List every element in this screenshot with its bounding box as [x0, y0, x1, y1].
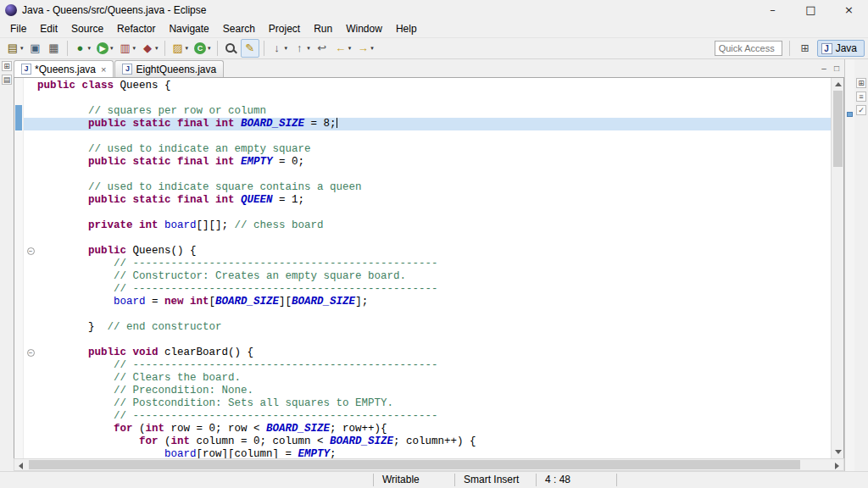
forward-dropdown-icon[interactable]: ▾: [370, 45, 374, 52]
code-line-12[interactable]: private int board[][]; // chess board: [24, 219, 831, 232]
menu-search[interactable]: Search: [216, 21, 262, 36]
code-line-18[interactable]: board = new int[BOARD_SIZE][BOARD_SIZE];: [24, 296, 831, 308]
minimize-button[interactable]: –: [754, 0, 792, 20]
scroll-up-icon[interactable]: [832, 78, 844, 91]
next-annotation-dropdown-icon[interactable]: ▾: [285, 45, 288, 52]
code-line-20[interactable]: } // end constructor: [24, 321, 831, 334]
restore-views-icon[interactable]: ⊞: [2, 61, 12, 71]
run-dropdown-icon[interactable]: ▾: [110, 45, 114, 52]
previous-annotation-dropdown-icon[interactable]: ▾: [307, 45, 310, 52]
scroll-right-icon[interactable]: [831, 459, 843, 472]
minimize-editor-icon[interactable]: –: [819, 64, 829, 74]
forward-button[interactable]: →▾: [354, 39, 376, 58]
vertical-scrollbar[interactable]: [831, 78, 843, 458]
package-explorer-view-icon[interactable]: ▤: [2, 75, 12, 85]
menu-help[interactable]: Help: [389, 21, 424, 36]
code-line-6[interactable]: // used to indicate an empty square: [24, 143, 831, 156]
java-perspective-button[interactable]: J Java: [817, 40, 865, 57]
coverage-dropdown-icon[interactable]: ▾: [133, 45, 136, 52]
horizontal-scroll-track[interactable]: [27, 459, 831, 470]
last-edit-location-button[interactable]: ↩: [314, 39, 331, 58]
quick-access-input[interactable]: [715, 41, 782, 56]
restore-views-icon[interactable]: ⊞: [856, 78, 866, 88]
code-line-7[interactable]: public static final int EMPTY = 0;: [24, 156, 831, 169]
tab-queens-java[interactable]: J*Queens.java×: [14, 60, 114, 77]
maximize-editor-icon[interactable]: □: [832, 64, 842, 74]
code-line-25[interactable]: // Precondition: None.: [24, 385, 831, 397]
mark-occurrences-button[interactable]: ✎: [241, 39, 259, 58]
menu-navigate[interactable]: Navigate: [162, 21, 215, 36]
external-tools-dropdown-icon[interactable]: ▾: [155, 45, 159, 52]
code-line-8[interactable]: [24, 169, 831, 181]
debug-icon: ●: [74, 42, 87, 55]
menu-file[interactable]: File: [3, 21, 33, 36]
new-java-class-button[interactable]: C▾: [192, 39, 213, 58]
code-line-27[interactable]: // -------------------------------------…: [24, 410, 831, 423]
new-java-project-dropdown-icon[interactable]: ▾: [186, 45, 189, 52]
tab-close-icon[interactable]: ×: [101, 64, 106, 75]
menu-project[interactable]: Project: [262, 21, 307, 36]
code-line-21[interactable]: [24, 334, 831, 347]
fold-collapse-icon[interactable]: −: [24, 245, 37, 258]
menu-refactor[interactable]: Refactor: [110, 21, 162, 36]
code-line-14[interactable]: − public Queens() {: [24, 245, 831, 258]
code-editor[interactable]: public class Queens { // squares per row…: [14, 77, 844, 458]
run-button[interactable]: ▶▾: [94, 39, 115, 58]
open-perspective-icon[interactable]: ⊞: [797, 40, 814, 57]
code-line-22[interactable]: − public void clearBoard() {: [24, 347, 831, 359]
code-line-9[interactable]: // used to indicate square contains a qu…: [24, 181, 831, 194]
new-java-project-button[interactable]: ▨▾: [170, 39, 191, 58]
code-line-29[interactable]: for (int column = 0; column < BOARD_SIZE…: [24, 435, 831, 448]
vertical-scroll-thumb[interactable]: [833, 91, 843, 167]
code-line-19[interactable]: [24, 308, 831, 321]
code-line-28[interactable]: for (int row = 0; row < BOARD_SIZE; row+…: [24, 423, 831, 435]
tab-eightqueens-java[interactable]: JEightQueens.java: [114, 60, 224, 77]
new-wizard-dropdown-icon[interactable]: ▾: [20, 45, 24, 52]
code-line-23[interactable]: // -------------------------------------…: [24, 359, 831, 372]
menu-run[interactable]: Run: [307, 21, 339, 36]
previous-annotation-button[interactable]: ↑▾: [291, 39, 312, 58]
back-dropdown-icon[interactable]: ▾: [348, 45, 352, 52]
code-line-13[interactable]: [24, 232, 831, 245]
vertical-scroll-track[interactable]: [832, 91, 843, 446]
fold-collapse-icon[interactable]: −: [24, 347, 37, 359]
code-line-1[interactable]: public class Queens {: [24, 80, 831, 92]
code-line-10[interactable]: public static final int QUEEN = 1;: [24, 194, 831, 207]
new-java-class-dropdown-icon[interactable]: ▾: [208, 45, 211, 52]
coverage-button[interactable]: ▥▾: [117, 39, 138, 58]
next-annotation-button[interactable]: ↓▾: [269, 39, 290, 58]
code-line-26[interactable]: // Postcondition: Sets all squares to EM…: [24, 397, 831, 410]
new-wizard-button[interactable]: ▤▾: [4, 39, 25, 58]
menu-edit[interactable]: Edit: [33, 21, 64, 36]
external-tools-button[interactable]: ◆▾: [139, 39, 160, 58]
code-line-16[interactable]: // Constructor: Creates an empty square …: [24, 270, 831, 283]
code-line-11[interactable]: [24, 207, 831, 219]
search-button[interactable]: [222, 39, 239, 58]
task-list-view-icon[interactable]: ✓: [856, 105, 866, 115]
print-button[interactable]: ▦: [46, 39, 63, 58]
horizontal-scroll-thumb[interactable]: [29, 460, 800, 469]
menu-source[interactable]: Source: [64, 21, 110, 36]
code-line-15[interactable]: // -------------------------------------…: [24, 258, 831, 270]
code-line-2[interactable]: [24, 92, 831, 105]
code-line-3[interactable]: // squares per row or column: [24, 105, 831, 118]
debug-button[interactable]: ●▾: [72, 39, 93, 58]
code-text-area[interactable]: public class Queens { // squares per row…: [24, 78, 831, 458]
maximize-button[interactable]: □: [792, 0, 830, 20]
code-line-30[interactable]: board[row][column] = EMPTY;: [24, 448, 831, 458]
back-button[interactable]: ←▾: [332, 39, 353, 58]
menu-window[interactable]: Window: [339, 21, 389, 36]
code-line-5[interactable]: [24, 130, 831, 143]
scroll-down-icon[interactable]: [832, 446, 844, 458]
save-button[interactable]: ▣: [27, 39, 44, 58]
code-line-24[interactable]: // Clears the board.: [24, 372, 831, 385]
close-button[interactable]: ×: [830, 0, 868, 20]
outline-view-icon[interactable]: ≡: [856, 92, 866, 102]
horizontal-scrollbar[interactable]: [14, 458, 844, 471]
fold-gutter: [24, 194, 37, 207]
code-line-4[interactable]: public static final int BOARD_SIZE = 8;: [24, 118, 831, 130]
code-line-17[interactable]: // -------------------------------------…: [24, 283, 831, 296]
scroll-left-icon[interactable]: [14, 459, 27, 472]
editor-tab-bar: J*Queens.java×JEightQueens.java –□: [14, 59, 844, 77]
debug-dropdown-icon[interactable]: ▾: [88, 45, 92, 52]
